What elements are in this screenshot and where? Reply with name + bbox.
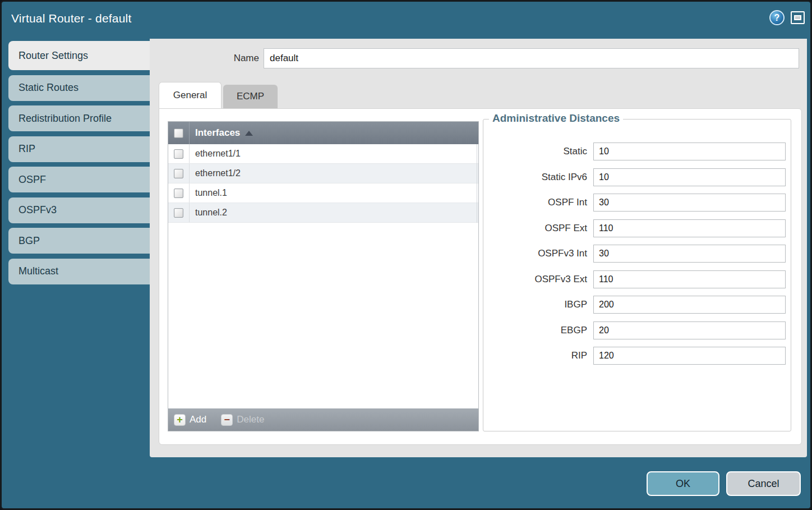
sidebar-item-static-routes[interactable]: Static Routes bbox=[8, 75, 150, 101]
ospf-ext-label: OSPF Ext bbox=[483, 223, 587, 234]
sort-ascending-icon bbox=[245, 131, 253, 136]
ospfv3-int-input[interactable] bbox=[593, 245, 786, 263]
admin-distance-row: Static IPv6 bbox=[483, 168, 791, 186]
ebgp-input[interactable] bbox=[593, 321, 786, 339]
admin-distance-row: Static bbox=[483, 143, 791, 160]
admin-distance-row: IBGP bbox=[483, 296, 791, 314]
interfaces-table: Interfaces ethernet1/1 ethernet bbox=[168, 121, 479, 431]
admin-distance-row: OSPFv3 Int bbox=[483, 245, 791, 263]
row-checkbox-cell bbox=[168, 164, 190, 183]
admin-distance-row: OSPFv3 Ext bbox=[483, 270, 791, 288]
interfaces-table-footer: + Add − Delete bbox=[168, 408, 478, 431]
help-icon[interactable]: ? bbox=[769, 10, 785, 25]
row-checkbox-cell bbox=[168, 183, 190, 203]
general-tab-panel: Interfaces ethernet1/1 ethernet bbox=[159, 108, 802, 445]
interfaces-table-header[interactable]: Interfaces bbox=[168, 122, 478, 144]
ospf-int-label: OSPF Int bbox=[483, 197, 587, 208]
administrative-distances-fieldset: Administrative Distances Static Static I… bbox=[483, 119, 791, 431]
table-row[interactable]: ethernet1/2 bbox=[168, 164, 478, 183]
interface-name: ethernet1/2 bbox=[195, 168, 241, 178]
add-button[interactable]: + Add bbox=[174, 414, 206, 426]
sidebar-item-ospfv3[interactable]: OSPFv3 bbox=[8, 197, 150, 223]
scrollbar-track[interactable] bbox=[477, 144, 477, 223]
administrative-distances-title: Administrative Distances bbox=[489, 112, 623, 125]
titlebar: Virtual Router - default ? bbox=[2, 2, 810, 39]
tab-ecmp[interactable]: ECMP bbox=[223, 85, 278, 108]
select-all-checkbox[interactable] bbox=[174, 128, 183, 138]
ibgp-input[interactable] bbox=[593, 296, 786, 314]
window-restore-icon[interactable] bbox=[791, 11, 805, 24]
ok-button[interactable]: OK bbox=[647, 471, 719, 496]
sidebar-item-bgp[interactable]: BGP bbox=[8, 228, 150, 254]
name-input[interactable] bbox=[264, 48, 799, 68]
row-checkbox[interactable] bbox=[174, 149, 183, 159]
static-ipv6-label: Static IPv6 bbox=[483, 172, 587, 183]
sidebar-item-redistribution-profile[interactable]: Redistribution Profile bbox=[8, 105, 150, 131]
interfaces-table-body: ethernet1/1 ethernet1/2 tunnel.1 bbox=[168, 144, 478, 408]
interfaces-column-header: Interfaces bbox=[195, 127, 240, 139]
sidebar: Router Settings Static Routes Redistribu… bbox=[8, 41, 150, 284]
router-settings-panel: Name General ECMP Interfaces bbox=[150, 39, 807, 457]
row-checkbox-cell bbox=[168, 144, 190, 163]
interface-name: tunnel.1 bbox=[195, 188, 227, 198]
delete-button[interactable]: − Delete bbox=[221, 414, 264, 426]
sidebar-item-router-settings[interactable]: Router Settings bbox=[8, 41, 150, 70]
table-row[interactable]: tunnel.1 bbox=[168, 183, 478, 203]
ospfv3-int-label: OSPFv3 Int bbox=[483, 248, 587, 259]
admin-distance-row: RIP bbox=[483, 347, 791, 365]
rip-label: RIP bbox=[483, 350, 587, 361]
table-row[interactable]: tunnel.2 bbox=[168, 203, 478, 223]
row-checkbox[interactable] bbox=[174, 169, 183, 178]
rip-input[interactable] bbox=[593, 347, 786, 365]
ospfv3-ext-input[interactable] bbox=[593, 270, 786, 288]
interface-name: ethernet1/1 bbox=[195, 149, 241, 159]
row-checkbox[interactable] bbox=[174, 189, 183, 198]
table-row[interactable]: ethernet1/1 bbox=[168, 144, 478, 164]
name-label: Name bbox=[150, 53, 259, 64]
ebgp-label: EBGP bbox=[483, 325, 587, 336]
delete-minus-icon: − bbox=[221, 414, 233, 426]
interface-name: tunnel.2 bbox=[195, 208, 227, 218]
add-plus-icon: + bbox=[174, 414, 186, 426]
ospf-int-input[interactable] bbox=[593, 194, 786, 212]
sidebar-item-multicast[interactable]: Multicast bbox=[8, 259, 150, 284]
select-all-cell bbox=[168, 122, 190, 144]
admin-distance-row: OSPF Int bbox=[483, 194, 791, 212]
virtual-router-dialog: Virtual Router - default ? Router Settin… bbox=[0, 0, 812, 510]
ibgp-label: IBGP bbox=[483, 299, 587, 310]
tab-general[interactable]: General bbox=[159, 82, 222, 108]
ospfv3-ext-label: OSPFv3 Ext bbox=[483, 274, 587, 285]
dialog-title: Virtual Router - default bbox=[11, 12, 132, 25]
static-ipv6-input[interactable] bbox=[593, 168, 786, 186]
cancel-button[interactable]: Cancel bbox=[726, 471, 801, 496]
admin-distance-row: EBGP bbox=[483, 321, 791, 339]
static-input[interactable] bbox=[593, 143, 786, 160]
row-checkbox-cell bbox=[168, 203, 190, 222]
sidebar-item-ospf[interactable]: OSPF bbox=[8, 167, 150, 192]
admin-distance-row: OSPF Ext bbox=[483, 219, 791, 237]
window-restore-icon-inner bbox=[794, 15, 801, 20]
row-checkbox[interactable] bbox=[174, 208, 183, 218]
ospf-ext-input[interactable] bbox=[593, 219, 786, 237]
sidebar-item-rip[interactable]: RIP bbox=[8, 136, 150, 162]
static-label: Static bbox=[483, 146, 587, 157]
